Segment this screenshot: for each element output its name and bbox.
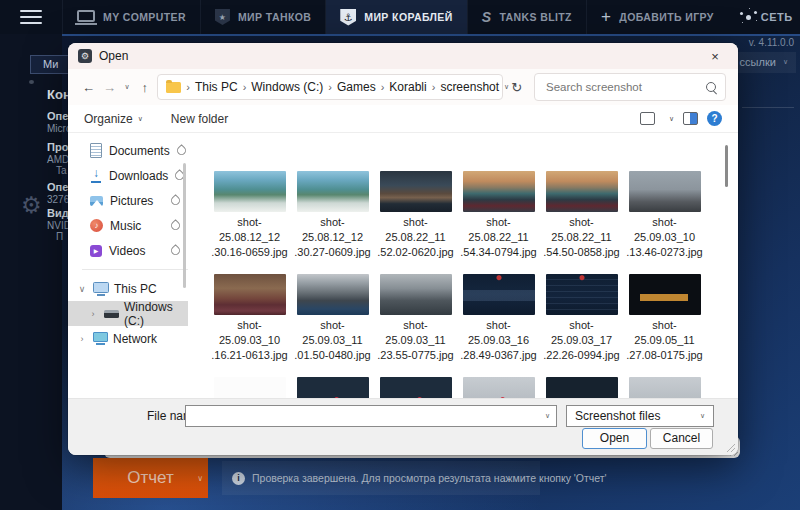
sidebar-scrollbar[interactable] — [183, 163, 186, 288]
chevron-down-icon[interactable]: ∨ — [545, 412, 556, 420]
pictures-icon — [90, 196, 103, 206]
chevron-down-icon[interactable]: ∨ — [669, 115, 674, 123]
file-item[interactable]: shot-25.09.03_16 .28.49-0367.jpg — [457, 274, 540, 377]
game-tabs: MY COMPUTER ★ МИР ТАНКОВ ⚓ МИР КОРАБЛЕЙ … — [62, 0, 728, 34]
file-item[interactable] — [291, 377, 374, 398]
network-label: СЕТЬ — [761, 11, 793, 23]
file-item[interactable]: shot-25.09.05_11 .27.08-0175.jpg — [623, 274, 706, 377]
game-tab[interactable]: S TANKS BLITZ — [467, 0, 586, 34]
dialog-close-button[interactable]: × — [702, 49, 728, 64]
file-list-scrollbar[interactable] — [725, 145, 728, 187]
up-icon[interactable]: ↑ — [136, 80, 153, 95]
breadcrumb-segment[interactable]: screenshot — [440, 80, 499, 94]
file-thumbnail — [629, 274, 701, 315]
pin-icon — [169, 194, 182, 207]
background-text-fragment: Ta — [56, 165, 67, 176]
file-thumbnail — [380, 171, 452, 212]
expander-icon[interactable]: ∨ — [76, 284, 88, 294]
file-name: shot-25.08.12_12 .30.16-0659.jpg — [208, 215, 291, 260]
info-icon — [232, 472, 245, 485]
help-icon[interactable]: ? — [707, 111, 722, 126]
breadcrumb-separator-icon: › — [328, 81, 332, 93]
chevron-down-icon: ∨ — [783, 58, 788, 66]
plus-icon: + — [601, 7, 611, 27]
expander-icon[interactable]: › — [87, 309, 99, 319]
file-item[interactable] — [623, 377, 706, 398]
breadcrumb-separator-icon: › — [381, 81, 385, 93]
file-item[interactable]: shot-25.08.22_11 .54.50-0858.jpg — [540, 171, 623, 274]
preview-pane-icon[interactable] — [683, 112, 698, 125]
network-button[interactable]: СЕТЬ — [728, 11, 800, 23]
sidebar-item[interactable]: Pictures — [68, 188, 188, 213]
new-folder-button[interactable]: New folder — [171, 112, 228, 126]
file-item[interactable]: shot-25.08.12_12 .30.16-0659.jpg — [208, 171, 291, 274]
resize-grip[interactable] — [725, 442, 735, 452]
breadcrumb-segment[interactable]: Windows (C:) — [251, 80, 323, 94]
sidebar-item[interactable]: Downloads — [68, 163, 188, 188]
address-bar[interactable]: ›This PC›Windows (C:)›Games›Korabli›scre… — [157, 74, 503, 100]
file-item[interactable] — [457, 377, 540, 398]
file-item[interactable] — [374, 377, 457, 398]
breadcrumb-segment[interactable]: This PC — [195, 80, 238, 94]
file-item[interactable]: shot-25.09.03_11 .01.50-0480.jpg — [291, 274, 374, 377]
status-bar: Проверка завершена. Для просмотра резуль… — [222, 461, 540, 495]
refresh-icon[interactable]: ↻ — [507, 80, 526, 95]
file-name-input[interactable] — [186, 406, 545, 426]
organize-button[interactable]: Organize — [84, 112, 133, 126]
file-thumbnail — [214, 171, 286, 212]
sidebar-tree-item[interactable]: › Network — [68, 326, 188, 351]
chevron-down-icon[interactable]: ∨ — [197, 474, 203, 483]
dialog-toolbar: Organize ∨ New folder ∨ ? — [68, 105, 738, 133]
file-item[interactable]: shot-25.08.22_11 .52.02-0620.jpg — [374, 171, 457, 274]
game-tab[interactable]: + ДОБАВИТЬ ИГРУ — [586, 0, 728, 34]
file-name: shot-25.09.03_11 .23.55-0775.jpg — [374, 318, 457, 363]
game-tab[interactable]: MY COMPUTER — [62, 0, 200, 34]
file-name: shot-25.08.22_11 .52.02-0620.jpg — [374, 215, 457, 260]
file-item[interactable] — [540, 377, 623, 398]
background-text-fragment: Про — [47, 141, 68, 153]
file-item[interactable] — [208, 377, 291, 398]
game-tab[interactable]: ★ МИР ТАНКОВ — [200, 0, 325, 34]
report-button[interactable]: Отчет ∨ — [93, 458, 208, 498]
dialog-titlebar[interactable]: ⚙ Open × — [68, 43, 738, 69]
cancel-button[interactable]: Cancel — [650, 428, 713, 449]
file-name: shot-25.08.12_12 .30.27-0609.jpg — [291, 215, 374, 260]
dialog-navbar: ← → ∨ ↑ ›This PC›Windows (C:)›Games›Kora… — [68, 69, 738, 105]
forward-icon[interactable]: → — [101, 80, 118, 95]
file-item[interactable]: shot-25.09.03_11 .23.55-0775.jpg — [374, 274, 457, 377]
file-item[interactable]: shot-25.08.22_11 .54.34-0794.jpg — [457, 171, 540, 274]
file-item[interactable]: shot-25.08.12_12 .30.27-0609.jpg — [291, 171, 374, 274]
search-box[interactable] — [534, 73, 726, 101]
breadcrumb-separator-icon: › — [186, 81, 190, 93]
settings-gear-icon[interactable]: ⚙ — [21, 192, 42, 219]
breadcrumb-segment[interactable]: Korabli — [389, 80, 426, 94]
status-message: Проверка завершена. Для просмотра резуль… — [252, 472, 607, 484]
file-type-dropdown[interactable]: Screenshot files ∨ — [566, 405, 714, 427]
dialog-title: Open — [99, 49, 128, 63]
sidebar-tree-item[interactable]: ∨ This PC — [68, 276, 188, 301]
file-item[interactable]: shot-25.09.03_10 .13.46-0273.jpg — [623, 171, 706, 274]
background-text-fragment: 3276 — [47, 194, 69, 205]
file-item[interactable]: shot-25.09.03_10 .16.21-0613.jpg — [208, 274, 291, 377]
sidebar-item[interactable]: Music — [68, 213, 188, 238]
view-mode-icon[interactable] — [640, 112, 655, 125]
file-name-combobox[interactable]: ∨ — [185, 405, 557, 427]
file-type-value: Screenshot files — [575, 409, 660, 423]
back-icon[interactable]: ← — [80, 80, 97, 95]
recent-locations-chevron-icon[interactable]: ∨ — [122, 83, 132, 91]
game-tab[interactable]: ⚓ МИР КОРАБЛЕЙ — [325, 0, 466, 34]
file-name: shot-25.09.03_10 .16.21-0613.jpg — [208, 318, 291, 363]
sidebar-item[interactable]: Videos — [68, 238, 188, 263]
file-name: shot-25.09.03_16 .28.49-0367.jpg — [457, 318, 540, 363]
file-thumbnail — [463, 171, 535, 212]
topbar-right: СЕТЬ — × — [728, 0, 800, 34]
file-name: shot-25.08.22_11 .54.50-0858.jpg — [540, 215, 623, 260]
sidebar-tree-item[interactable]: › Windows (C:) — [68, 301, 188, 326]
open-button[interactable]: Open — [582, 428, 647, 449]
expander-icon[interactable]: › — [76, 334, 88, 344]
breadcrumb-segment[interactable]: Games — [337, 80, 376, 94]
hamburger-menu-icon[interactable] — [0, 0, 62, 34]
file-item[interactable]: shot-25.09.03_17 .22.26-0994.jpg — [540, 274, 623, 377]
search-input[interactable] — [544, 80, 702, 94]
sidebar-item[interactable]: Documents — [68, 138, 188, 163]
